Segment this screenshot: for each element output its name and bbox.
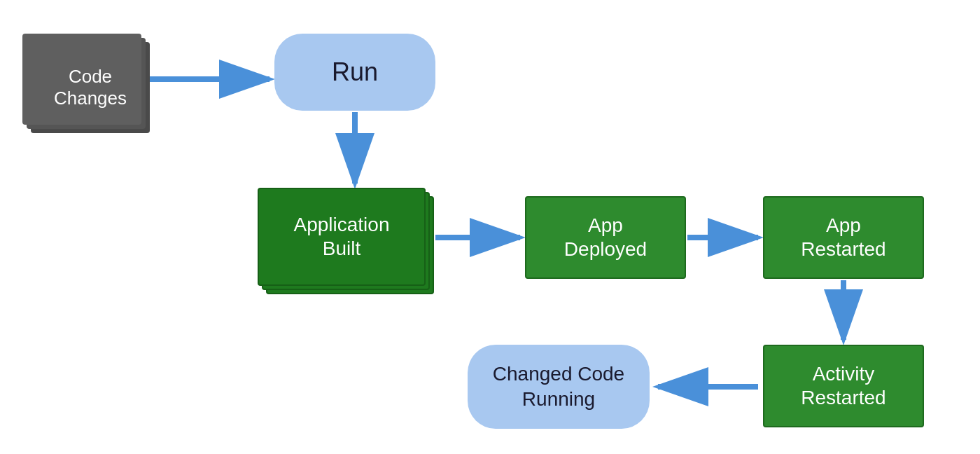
activity-restarted-label: Activity Restarted (801, 362, 886, 409)
application-built-label: Application Built (258, 188, 426, 286)
changed-code-label: Changed Code Running (493, 362, 624, 413)
app-restarted-label: App Restarted (801, 214, 886, 261)
diagram: Code Changes Run Application Built App D… (0, 0, 980, 454)
node-activity-restarted: Activity Restarted (763, 345, 924, 427)
code-changes-label: Code Changes (31, 42, 150, 133)
node-changed-code-running: Changed Code Running (468, 345, 650, 429)
run-label: Run (332, 57, 378, 87)
app-deployed-label: App Deployed (564, 214, 647, 261)
node-app-restarted: App Restarted (763, 196, 924, 279)
node-run: Run (274, 34, 435, 111)
node-app-deployed: App Deployed (525, 196, 686, 279)
